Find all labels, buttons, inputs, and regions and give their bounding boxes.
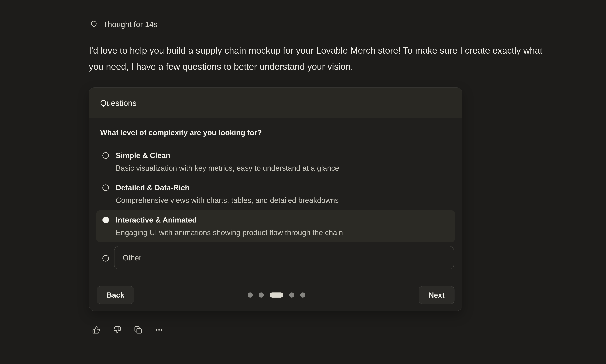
more-options-icon[interactable] (155, 326, 163, 334)
option-description: Basic visualization with key metrics, ea… (116, 164, 339, 173)
card-footer: Back Next (89, 279, 462, 311)
thumbs-up-icon[interactable] (92, 326, 100, 334)
option-title: Interactive & Animated (116, 216, 343, 224)
pagination-dot (259, 292, 264, 298)
questions-card: Questions What level of complexity are y… (89, 87, 462, 311)
thumbs-down-icon[interactable] (113, 326, 121, 334)
question-text: What level of complexity are you looking… (100, 128, 455, 137)
next-button[interactable]: Next (419, 286, 455, 304)
pagination-dot-active (270, 292, 283, 298)
option-description: Engaging UI with animations showing prod… (116, 228, 343, 237)
pagination-dot (248, 292, 253, 298)
radio-unselected-icon[interactable] (102, 152, 109, 159)
radio-selected-icon[interactable] (102, 217, 109, 223)
thought-label: Thought for 14s (103, 20, 158, 29)
option-interactive-animated[interactable]: Interactive & Animated Engaging UI with … (96, 210, 455, 242)
option-title: Detailed & Data-Rich (116, 183, 339, 192)
lightbulb-icon (90, 20, 98, 28)
card-header: Questions (89, 88, 462, 118)
assistant-message: I'd love to help you build a supply chai… (89, 42, 556, 75)
option-detailed-data-rich[interactable]: Detailed & Data-Rich Comprehensive views… (96, 178, 455, 210)
option-description: Comprehensive views with charts, tables,… (116, 196, 339, 205)
option-simple-clean[interactable]: Simple & Clean Basic visualization with … (96, 146, 455, 178)
pagination-dot (300, 292, 305, 298)
pagination-dots (248, 292, 305, 298)
copy-icon[interactable] (134, 326, 142, 334)
message-actions (92, 326, 163, 334)
option-title: Simple & Clean (116, 151, 339, 160)
other-option-input[interactable] (114, 246, 454, 269)
card-body: What level of complexity are you looking… (89, 118, 462, 279)
card-title: Questions (100, 98, 136, 108)
radio-unselected-icon[interactable] (102, 255, 109, 261)
back-button[interactable]: Back (97, 286, 134, 304)
pagination-dot (289, 292, 294, 298)
thought-indicator[interactable]: Thought for 14s (90, 20, 158, 29)
option-other[interactable] (96, 242, 455, 269)
radio-unselected-icon[interactable] (102, 184, 109, 191)
